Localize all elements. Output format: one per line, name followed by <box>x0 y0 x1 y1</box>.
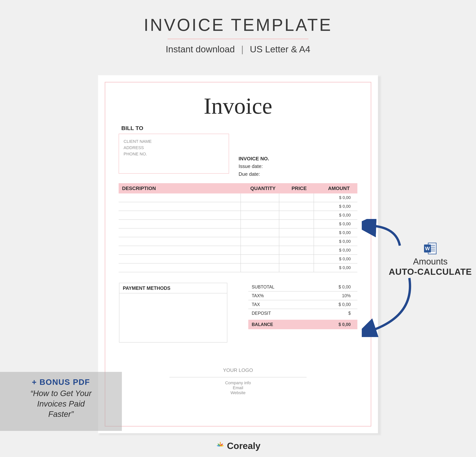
footer-company: Company info <box>119 381 357 385</box>
taxpct-value: 10% <box>303 293 357 298</box>
amount-cell: $ 0,00 <box>314 228 357 237</box>
payment-methods-box[interactable]: PAYMENT METHODS <box>119 283 227 343</box>
amount-cell: $ 0,00 <box>314 246 357 254</box>
table-row[interactable]: $ 0,00 <box>119 194 357 202</box>
table-row[interactable]: $ 0,00 <box>119 255 357 263</box>
amount-cell: $ 0,00 <box>314 202 357 211</box>
table-row[interactable]: $ 0,00 <box>119 237 357 246</box>
bill-to-label: BILL TO <box>121 125 357 131</box>
invoice-heading: Invoice <box>119 93 357 119</box>
invoice-page-inner: Invoice BILL TO CLIENT NAME ADDRESS PHON… <box>105 82 371 427</box>
subtotal-label: SUBTOTAL <box>248 285 303 290</box>
invoice-page: Invoice BILL TO CLIENT NAME ADDRESS PHON… <box>98 75 378 433</box>
balance-label: BALANCE <box>248 322 303 327</box>
svg-text:W: W <box>425 246 430 251</box>
footer-website: Website <box>119 390 357 395</box>
table-row[interactable]: $ 0,00 <box>119 202 357 211</box>
issue-date-label: Issue date: <box>238 162 269 170</box>
col-description: DESCRIPTION <box>119 186 244 191</box>
autocalc-line1: Amounts <box>387 256 474 267</box>
invoice-number-label: INVOICE NO. <box>238 155 269 162</box>
amount-cell: $ 0,00 <box>314 237 357 246</box>
payment-methods-label: PAYMENT METHODS <box>119 283 227 293</box>
summary-row-balance: BALANCE $ 0,00 <box>248 320 357 329</box>
due-date-label: Due date: <box>238 170 269 178</box>
lower-section: PAYMENT METHODS SUBTOTAL $ 0,00 TAX% 10%… <box>119 283 357 343</box>
brand-name: Corealy <box>227 441 261 451</box>
summary-row-tax: TAX $ 0,00 <box>248 300 357 309</box>
table-row[interactable]: $ 0,00 <box>119 263 357 272</box>
bill-to-line: PHONE NO. <box>124 151 224 157</box>
balance-value: $ 0,00 <box>303 322 357 327</box>
product-header: INVOICE TEMPLATE Instant download | US L… <box>0 15 476 54</box>
amount-cell: $ 0,00 <box>314 211 357 219</box>
brand-logo: Corealy <box>215 441 261 451</box>
tax-value: $ 0,00 <box>303 302 357 307</box>
bill-to-line: CLIENT NAME <box>124 138 224 144</box>
table-row[interactable]: $ 0,00 <box>119 246 357 255</box>
product-subtitle: Instant download | US Letter & A4 <box>0 44 476 54</box>
title-divider <box>168 39 308 39</box>
deposit-value: $ <box>303 311 357 316</box>
col-price: PRICE <box>282 186 316 191</box>
table-body: $ 0,00$ 0,00$ 0,00$ 0,00$ 0,00$ 0,00$ 0,… <box>119 194 357 272</box>
invoice-meta: INVOICE NO. Issue date: Due date: <box>238 155 269 178</box>
footer-email: Email <box>119 385 357 390</box>
leaf-icon <box>215 441 225 450</box>
summary-row-subtotal: SUBTOTAL $ 0,00 <box>248 283 357 292</box>
bonus-headline: + BONUS PDF <box>0 378 122 387</box>
table-row[interactable]: $ 0,00 <box>119 211 357 220</box>
subtitle-left: Instant download <box>166 44 235 54</box>
autocalc-callout: W Amounts AUTO-CALCULATE <box>387 242 474 277</box>
tax-label: TAX <box>248 302 303 307</box>
table-row[interactable]: $ 0,00 <box>119 220 357 228</box>
word-icon: W <box>424 242 437 255</box>
subtitle-separator: | <box>241 44 243 54</box>
col-amount: AMOUNT <box>316 186 357 191</box>
your-logo-placeholder: YOUR LOGO <box>119 367 357 373</box>
table-header: DESCRIPTION QUANTITY PRICE AMOUNT <box>119 183 357 194</box>
summary-row-deposit: DEPOSIT $ <box>248 309 357 317</box>
invoice-footer: YOUR LOGO Company info Email Website <box>119 367 357 395</box>
bonus-text: “How to Get Your Invoices Paid Faster” <box>0 388 122 420</box>
bill-to-box[interactable]: CLIENT NAME ADDRESS PHONE NO. <box>119 134 229 174</box>
subtitle-right: US Letter & A4 <box>250 44 310 54</box>
table-row[interactable]: $ 0,00 <box>119 228 357 237</box>
bonus-callout: + BONUS PDF “How to Get Your Invoices Pa… <box>0 372 122 431</box>
totals-summary: SUBTOTAL $ 0,00 TAX% 10% TAX $ 0,00 DEPO… <box>248 283 357 343</box>
bill-to-line: ADDRESS <box>124 144 224 151</box>
summary-row-taxpct: TAX% 10% <box>248 292 357 300</box>
amount-cell: $ 0,00 <box>314 255 357 263</box>
amount-cell: $ 0,00 <box>314 220 357 228</box>
line-items-table: DESCRIPTION QUANTITY PRICE AMOUNT $ 0,00… <box>119 183 357 272</box>
autocalc-line2: AUTO-CALCULATE <box>387 267 474 277</box>
subtotal-value: $ 0,00 <box>303 285 357 290</box>
amount-cell: $ 0,00 <box>314 194 357 202</box>
col-quantity: QUANTITY <box>244 186 282 191</box>
footer-divider <box>170 377 306 377</box>
taxpct-label: TAX% <box>248 293 303 298</box>
deposit-label: DEPOSIT <box>248 311 303 316</box>
product-title: INVOICE TEMPLATE <box>0 15 476 35</box>
brand-footer: Corealy <box>0 441 476 451</box>
amount-cell: $ 0,00 <box>314 263 357 272</box>
